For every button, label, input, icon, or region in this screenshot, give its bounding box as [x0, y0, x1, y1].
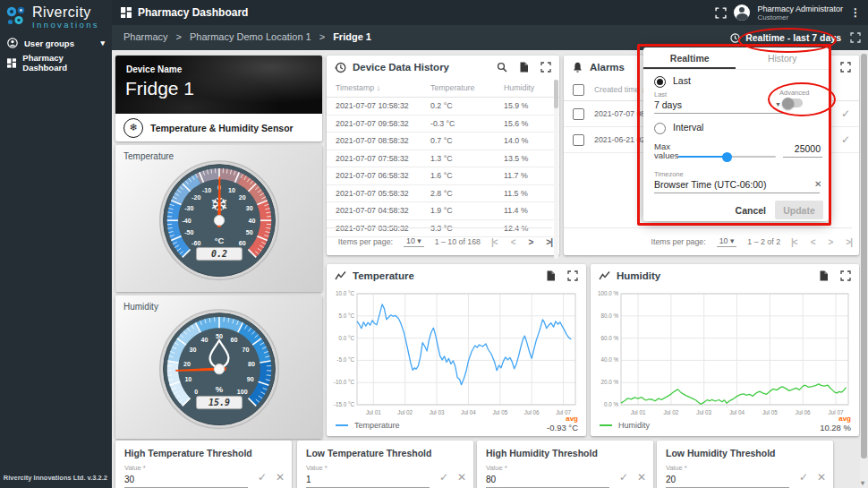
user-circle-icon: [7, 38, 18, 48]
threshold-title: High Temperature Threshold: [124, 448, 283, 458]
export-icon[interactable]: [519, 62, 529, 73]
logo-text-line1: Rivercity: [32, 5, 99, 20]
advanced-toggle[interactable]: [783, 98, 803, 107]
cell-timestamp: 2021-07-07 05:58:32: [336, 189, 430, 198]
user-role: Customer: [757, 13, 843, 21]
chart-legend: Temperature: [336, 421, 400, 430]
timezone-input[interactable]: Browser Time (UTC-06:00): [654, 179, 766, 190]
avg-value: -0.93 °C: [547, 423, 578, 432]
realtime-range-button[interactable]: Realtime - last 7 days: [730, 25, 841, 50]
svg-text:-15.0 °C: -15.0 °C: [334, 401, 355, 407]
column-header-temperature[interactable]: Temperature: [430, 83, 504, 92]
prev-page-button[interactable]: <: [511, 237, 515, 247]
svg-text:Jul 04: Jul 04: [461, 409, 476, 415]
table-scrollbar[interactable]: [554, 80, 558, 259]
svg-text:Jul 03: Jul 03: [430, 409, 445, 415]
fullscreen-icon[interactable]: [567, 270, 578, 281]
chevron-down-icon[interactable]: ▾: [100, 39, 105, 47]
next-page-button[interactable]: >: [829, 237, 833, 247]
scrollbar-thumb[interactable]: [861, 54, 867, 458]
cancel-icon[interactable]: ✕: [457, 471, 466, 484]
device-name: Fridge 1: [125, 78, 194, 99]
svg-text:80.0 %: 80.0 %: [600, 312, 618, 319]
table-row: 2021-07-07 04:58:321.9 °C11.4 %: [327, 202, 559, 220]
svg-text:Jul 01: Jul 01: [631, 409, 646, 415]
max-values-slider[interactable]: [678, 156, 776, 158]
last-radio[interactable]: [654, 76, 666, 88]
interval-radio[interactable]: [654, 123, 666, 134]
cell-humidity: 15.9 %: [504, 101, 550, 110]
threshold-value-input[interactable]: 1: [306, 475, 430, 488]
svg-text:Jul 04: Jul 04: [729, 409, 745, 415]
tab-realtime[interactable]: Realtime: [643, 47, 736, 69]
sidebar-item-user-groups[interactable]: User groups ▾: [0, 33, 112, 53]
last-page-button[interactable]: >|: [546, 237, 552, 247]
history-pagination: Items per page: 10 ▾ 1 – 10 of 168 |< < …: [327, 227, 552, 255]
fit-screen-icon[interactable]: [715, 7, 727, 19]
avatar[interactable]: [734, 4, 750, 21]
alarm-checkbox[interactable]: [573, 134, 584, 146]
svg-text:60.0 %: 60.0 %: [600, 335, 618, 341]
kebab-menu-icon[interactable]: ⋮: [850, 7, 861, 18]
dashboard-icon: [7, 58, 16, 68]
sidebar-item-pharmacy-dashboard[interactable]: Pharmacy Dashboard: [0, 53, 112, 73]
dropdown-caret-icon[interactable]: ▼: [775, 101, 781, 107]
confirm-icon[interactable]: ✓: [258, 471, 267, 484]
column-header-created-time[interactable]: Created time ↓: [594, 85, 645, 94]
cell-humidity: 13.5 %: [504, 154, 550, 163]
select-all-checkbox[interactable]: [573, 84, 584, 96]
cancel-icon[interactable]: ✕: [276, 471, 285, 484]
prev-page-button[interactable]: <: [811, 237, 815, 247]
fullscreen-icon[interactable]: [840, 270, 851, 281]
main-scrollbar[interactable]: ▾: [860, 50, 868, 488]
confirm-icon[interactable]: ✓: [799, 471, 808, 484]
first-page-button[interactable]: |<: [491, 237, 498, 247]
svg-text:20.0 %: 20.0 %: [600, 379, 618, 385]
cell-temperature: 0.7 °C: [430, 136, 504, 145]
fullscreen-icon[interactable]: [840, 62, 851, 73]
temperature-series-line: [357, 304, 571, 385]
max-values-input[interactable]: 25000: [785, 143, 821, 154]
cancel-button[interactable]: Cancel: [736, 205, 766, 216]
search-icon[interactable]: [497, 62, 507, 73]
svg-text:40.0 %: 40.0 %: [600, 356, 618, 363]
export-icon[interactable]: [546, 270, 556, 281]
cell-temperature: -0.3 °C: [430, 119, 504, 128]
svg-text:-20: -20: [191, 194, 200, 201]
svg-text:Jul 03: Jul 03: [696, 409, 711, 415]
logo-text-line2: Innovations: [32, 20, 99, 30]
threshold-value-input[interactable]: 30: [124, 475, 248, 488]
panel-title: Humidity: [617, 270, 660, 281]
breadcrumb-item[interactable]: Pharmacy: [123, 31, 168, 42]
confirm-icon[interactable]: ✓: [439, 471, 448, 484]
tab-history[interactable]: History: [736, 47, 830, 69]
update-button[interactable]: Update: [775, 201, 823, 219]
items-per-page-select[interactable]: 10 ▾: [717, 236, 737, 247]
cell-timestamp: 2021-07-07 04:58:32: [336, 206, 430, 215]
last-field-value[interactable]: 7 days: [654, 99, 682, 110]
last-page-button[interactable]: >|: [846, 237, 852, 247]
column-header-humidity[interactable]: Humidity: [504, 83, 550, 92]
export-icon[interactable]: [819, 270, 829, 281]
fullscreen-icon[interactable]: [540, 62, 551, 73]
clear-timezone-icon[interactable]: ✕: [814, 179, 821, 189]
range-label: 1 – 10 of 168: [435, 237, 481, 246]
threshold-value-input[interactable]: 20: [666, 475, 789, 488]
scrollbar-down-arrow[interactable]: ▾: [860, 479, 864, 487]
items-per-page-select[interactable]: 10 ▾: [404, 236, 424, 247]
first-page-button[interactable]: |<: [791, 237, 797, 247]
alarm-checkbox[interactable]: [573, 108, 584, 120]
expand-icon[interactable]: [850, 32, 861, 43]
confirm-icon[interactable]: ✓: [619, 471, 628, 484]
legend-swatch: [600, 424, 612, 426]
breadcrumb-item[interactable]: Pharmacy Demo Location 1: [190, 31, 311, 42]
column-header-timestamp[interactable]: Timestamp ↓: [336, 83, 430, 92]
panel-title: Temperature: [353, 270, 414, 281]
cell-humidity: 14.0 %: [504, 136, 550, 145]
threshold-value-input[interactable]: 80: [486, 475, 609, 488]
slider-thumb[interactable]: [722, 152, 732, 162]
advanced-label: Advanced: [779, 89, 809, 97]
next-page-button[interactable]: >: [529, 237, 533, 247]
cancel-icon[interactable]: ✕: [817, 471, 826, 484]
cancel-icon[interactable]: ✕: [637, 471, 646, 484]
